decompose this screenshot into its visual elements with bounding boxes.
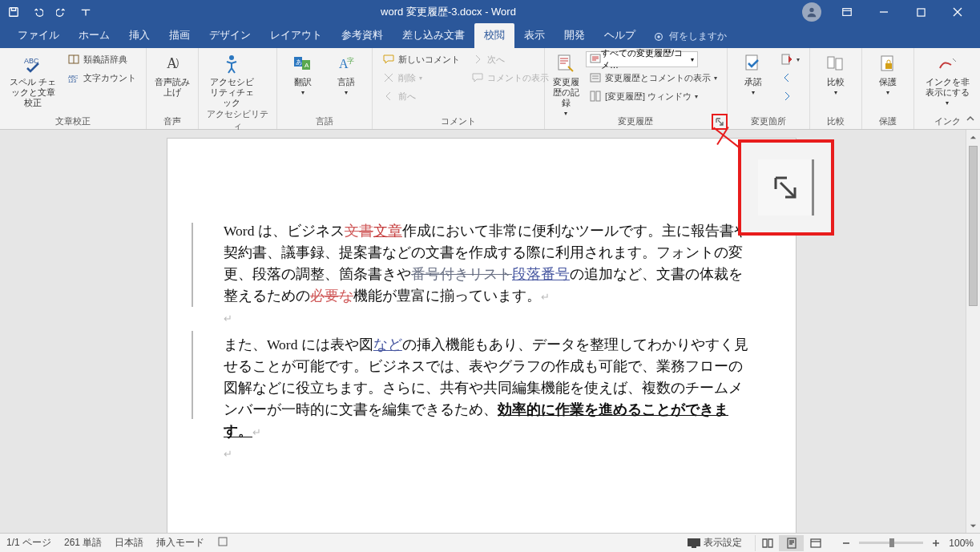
svg-point-1 [809,8,813,12]
scroll-up-button[interactable] [966,130,980,144]
collapse-ribbon-button[interactable] [966,114,975,126]
close-button[interactable] [940,1,975,23]
accessibility-check-button[interactable]: アクセシビリティチェック [205,51,258,108]
read-aloud-button[interactable]: A 音声読み上げ [153,51,192,98]
prev-comment-icon [382,90,395,103]
tell-me-search[interactable]: 何をしますか [645,25,735,48]
tab-references[interactable]: 参考資料 [332,23,393,48]
maximize-button[interactable] [903,1,938,23]
paragraph-mark: ↵ [541,291,550,303]
svg-rect-31 [692,546,696,548]
deleted-text: 文書 [345,223,373,239]
prev-change-button[interactable] [777,70,803,86]
thesaurus-icon [67,53,80,66]
status-language[interactable]: 日本語 [115,536,143,550]
delete-comment-button[interactable]: 削除 ▾ [379,70,463,86]
spell-check-button[interactable]: ABC スペル チェックと文章校正 [6,51,59,108]
svg-rect-26 [836,58,842,70]
display-for-review-dropdown[interactable]: すべての変更履歴/コメ… ▾ [586,51,698,67]
accept-icon [743,53,764,75]
svg-point-5 [657,35,660,38]
zoom-slider-thumb[interactable] [889,538,894,547]
translate-button[interactable]: あA 翻訳▾ [284,51,322,98]
svg-text:あ: あ [296,58,302,66]
tab-home[interactable]: ホーム [69,23,119,48]
launcher-callout [738,139,834,236]
page[interactable]: Word は、ビジネス文書文章作成において非常に便利なツールです。主に報告書や契… [167,138,797,533]
tab-file[interactable]: ファイル [8,23,69,48]
document-body[interactable]: Word は、ビジネス文書文章作成において非常に便利なツールです。主に報告書や契… [224,220,752,465]
tab-mailings[interactable]: 差し込み文書 [393,23,474,48]
status-page[interactable]: 1/1 ページ [6,536,51,550]
undo-button[interactable] [29,3,46,21]
group-comments: 新しいコメント 削除 ▾ 前へ 次へ コメントの表示 コメント [373,48,545,129]
deleted-text: 番号付きリスト [411,266,512,282]
group-speech-label: 音声 [153,115,192,129]
tab-developer[interactable]: 開発 [555,23,595,48]
compare-button[interactable]: 比較▾ [817,51,855,98]
svg-rect-2 [843,9,852,16]
zoom-out-button[interactable] [840,537,853,550]
scroll-thumb[interactable] [969,146,978,306]
track-changes-button[interactable]: 変更履歴の記録▾ [551,51,581,119]
thesaurus-button[interactable]: 類義語辞典 [64,51,139,67]
text-run: 機能が豊富に揃っています。 [353,288,541,304]
svg-text:123: 123 [68,79,77,83]
tab-design[interactable]: デザイン [200,23,260,48]
reject-button[interactable]: ▾ [777,51,803,67]
show-markup-button[interactable]: 変更履歴とコメントの表示 ▾ [586,70,720,86]
show-markup-icon [589,71,602,84]
track-changes-icon [555,53,576,75]
status-word-count[interactable]: 261 単語 [64,536,102,550]
tab-insert[interactable]: 挿入 [119,23,159,48]
paragraph-mark: ↵ [252,426,261,438]
qat-customize-button[interactable] [77,3,95,21]
read-mode-button[interactable] [755,535,779,551]
tab-draw[interactable]: 描画 [159,23,200,48]
next-change-button[interactable] [777,88,803,104]
ribbon-display-button[interactable] [829,1,865,23]
display-settings-button[interactable]: 表示設定 [688,536,742,550]
zoom-slider[interactable] [859,542,923,544]
status-insert-mode[interactable]: 挿入モード [156,536,204,550]
svg-point-11 [229,55,234,60]
vertical-scrollbar[interactable] [966,130,980,533]
minimize-button[interactable] [866,1,901,23]
svg-rect-30 [688,538,700,546]
svg-rect-28 [885,63,892,69]
tab-layout[interactable]: レイアウト [260,23,332,48]
prev-comment-button[interactable]: 前へ [379,88,463,104]
tracking-launcher[interactable] [714,116,725,127]
tab-review[interactable]: 校閲 [474,23,514,48]
hide-ink-button[interactable]: インクを非表示にする▾ [921,51,974,108]
language-button[interactable]: A字 言語▾ [327,51,365,98]
tab-view[interactable]: 表示 [514,23,555,48]
show-comments-button[interactable]: コメントの表示 [468,70,552,86]
new-comment-button[interactable]: 新しいコメント [379,51,463,67]
translate-icon: あA [292,53,313,75]
web-layout-button[interactable] [803,535,827,551]
reviewing-pane-button[interactable]: [変更履歴] ウィンドウ ▾ [586,88,720,104]
svg-rect-20 [591,74,600,82]
user-avatar[interactable] [802,2,821,22]
svg-text:A: A [304,62,309,69]
status-macro-icon[interactable] [217,536,228,550]
word-count-button[interactable]: ABC123文字カウント [64,70,139,86]
scroll-down-button[interactable] [966,518,980,533]
change-bar [192,223,193,307]
protect-button[interactable]: 保護▾ [869,51,907,98]
accept-button[interactable]: 承諾▾ [734,51,772,98]
group-comments-label: コメント [379,115,538,129]
display-mode-icon [590,53,601,66]
autosave-icon[interactable] [5,3,22,21]
tab-help[interactable]: ヘルプ [595,23,645,48]
next-comment-button[interactable]: 次へ [468,51,552,67]
next-change-icon [780,90,793,103]
scroll-track[interactable] [966,144,980,518]
svg-rect-22 [596,91,600,101]
inserted-text: 文章 [373,223,402,239]
zoom-in-button[interactable] [930,537,942,550]
zoom-percent[interactable]: 100% [949,538,974,549]
redo-button[interactable] [53,3,71,21]
print-layout-button[interactable] [779,535,803,551]
